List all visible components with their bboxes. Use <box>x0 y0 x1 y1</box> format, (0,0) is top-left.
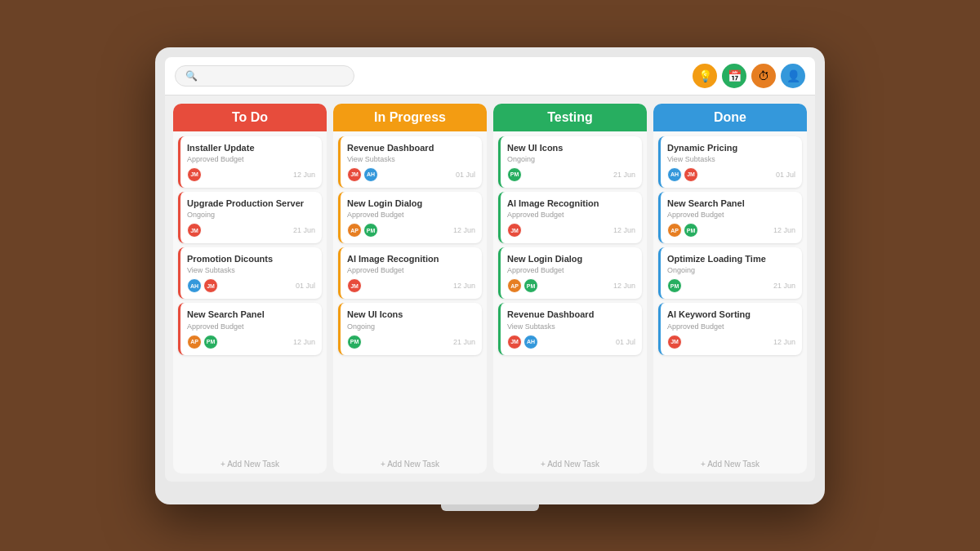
card-subtitle: View Subtasks <box>507 322 635 331</box>
card-footer: JMAH01 Jul <box>507 335 635 349</box>
column-done: DoneDynamic PricingView SubtasksAHJM01 J… <box>653 104 807 473</box>
search-bar[interactable]: 🔍 <box>175 65 354 87</box>
card-date: 21 Jun <box>293 226 315 234</box>
add-task-inprogress[interactable]: + Add New Task <box>333 455 487 473</box>
card-footer: AHJM01 Jul <box>667 167 795 182</box>
card-subtitle: Approved Budget <box>187 322 315 331</box>
avatar: JM <box>347 278 362 293</box>
card-footer: APPM12 Jun <box>347 223 475 238</box>
avatar: JM <box>684 167 698 182</box>
card-footer: JM12 Jun <box>187 167 315 182</box>
card-subtitle: Approved Budget <box>667 322 795 331</box>
lightbulb-icon-button[interactable]: 💡 <box>693 64 717 88</box>
card-avatars: PM <box>347 335 362 349</box>
card-footer: JM12 Jun <box>667 335 795 349</box>
avatar: AH <box>523 335 538 349</box>
card-subtitle: Approved Budget <box>667 211 795 219</box>
card-avatars: JM <box>187 223 202 238</box>
task-card[interactable]: New Search PanelApproved BudgetAPPM12 Ju… <box>178 303 322 354</box>
avatar: JM <box>507 335 522 349</box>
card-footer: JM21 Jun <box>187 223 315 238</box>
card-footer: APPM12 Jun <box>667 223 795 238</box>
card-subtitle: View Subtasks <box>667 155 795 163</box>
task-card[interactable]: New Login DialogApproved BudgetAPPM12 Ju… <box>498 247 642 299</box>
avatar: JM <box>507 223 522 238</box>
task-card[interactable]: AI Image RecognitionApproved BudgetJM12 … <box>498 192 642 243</box>
card-subtitle: View Subtasks <box>347 155 475 163</box>
column-inprogress: In ProgressRevenue DashboardView Subtask… <box>333 104 487 473</box>
card-date: 12 Jun <box>453 226 475 234</box>
task-card[interactable]: AI Keyword SortingApproved BudgetJM12 Ju… <box>658 303 802 354</box>
avatar: PM <box>203 335 218 349</box>
avatar: JM <box>187 223 202 238</box>
avatar: AP <box>667 223 682 238</box>
column-header-todo: To Do <box>173 104 327 131</box>
toolbar: 🔍 💡 📅 ⏱ 👤 <box>165 57 815 96</box>
task-card[interactable]: Upgrade Production ServerOngoingJM21 Jun <box>178 192 322 243</box>
avatar: AH <box>187 278 202 293</box>
task-card[interactable]: New Login DialogApproved BudgetAPPM12 Ju… <box>338 192 482 243</box>
card-avatars: APPM <box>187 335 218 349</box>
task-card[interactable]: Revenue DashboardView SubtasksJMAH01 Jul <box>338 136 482 188</box>
card-title: New UI Icons <box>507 142 635 153</box>
column-testing: TestingNew UI IconsOngoingPM21 JunAI Ima… <box>493 104 647 473</box>
laptop-frame: 🔍 💡 📅 ⏱ 👤 To DoInstaller UpdateApproved … <box>155 47 825 504</box>
card-subtitle: Ongoing <box>507 155 635 163</box>
user-icon-button[interactable]: 👤 <box>781 64 805 88</box>
card-title: AI Image Recognition <box>507 198 635 209</box>
task-card[interactable]: AI Image RecognitionApproved BudgetJM12 … <box>338 247 482 299</box>
card-title: New Login Dialog <box>507 253 635 264</box>
card-avatars: APPM <box>347 223 378 238</box>
card-avatars: JM <box>667 335 682 349</box>
avatar: JM <box>203 278 218 293</box>
card-avatars: AHJM <box>187 278 218 293</box>
clock-icon-button[interactable]: ⏱ <box>751 64 776 88</box>
add-task-testing[interactable]: + Add New Task <box>493 455 647 473</box>
card-date: 01 Jul <box>616 338 635 346</box>
task-card[interactable]: New UI IconsOngoingPM21 Jun <box>338 303 482 354</box>
card-footer: PM21 Jun <box>667 278 795 293</box>
column-header-done: Done <box>653 104 807 131</box>
task-card[interactable]: Promotion DicountsView SubtasksAHJM01 Ju… <box>178 247 322 299</box>
card-date: 12 Jun <box>293 171 315 179</box>
card-date: 21 Jun <box>613 171 635 179</box>
card-title: New Search Panel <box>187 309 315 320</box>
card-date: 12 Jun <box>613 226 635 234</box>
add-task-todo[interactable]: + Add New Task <box>173 455 327 473</box>
card-footer: JMAH01 Jul <box>347 167 475 182</box>
column-header-testing: Testing <box>493 104 647 131</box>
avatar: PM <box>347 335 362 349</box>
card-footer: PM21 Jun <box>507 167 635 182</box>
add-task-done[interactable]: + Add New Task <box>653 455 807 473</box>
task-card[interactable]: New UI IconsOngoingPM21 Jun <box>498 136 642 188</box>
avatar: JM <box>347 167 362 182</box>
task-card[interactable]: New Search PanelApproved BudgetAPPM12 Ju… <box>658 192 802 243</box>
search-icon: 🔍 <box>185 70 198 82</box>
card-avatars: JM <box>347 278 362 293</box>
avatar: PM <box>507 167 522 182</box>
card-title: New Login Dialog <box>347 198 475 209</box>
card-title: Optimize Loading Time <box>667 253 795 264</box>
card-subtitle: Ongoing <box>187 211 315 219</box>
card-subtitle: Approved Budget <box>347 266 475 274</box>
card-title: AI Keyword Sorting <box>667 309 795 320</box>
card-avatars: APPM <box>507 278 538 293</box>
task-card[interactable]: Revenue DashboardView SubtasksJMAH01 Jul <box>498 303 642 354</box>
card-date: 21 Jun <box>773 282 795 290</box>
task-card[interactable]: Optimize Loading TimeOngoingPM21 Jun <box>658 247 802 299</box>
card-subtitle: Ongoing <box>347 322 475 331</box>
card-date: 21 Jun <box>453 338 475 346</box>
card-footer: APPM12 Jun <box>187 335 315 349</box>
card-subtitle: Ongoing <box>667 266 795 274</box>
toolbar-icons: 💡 📅 ⏱ 👤 <box>693 64 805 88</box>
card-footer: PM21 Jun <box>347 335 475 349</box>
card-title: New UI Icons <box>347 309 475 320</box>
card-date: 12 Jun <box>293 338 315 346</box>
column-body-done: Dynamic PricingView SubtasksAHJM01 JulNe… <box>653 131 807 455</box>
kanban-board: To DoInstaller UpdateApproved BudgetJM12… <box>165 96 815 482</box>
card-date: 01 Jul <box>296 282 315 290</box>
task-card[interactable]: Installer UpdateApproved BudgetJM12 Jun <box>178 136 322 188</box>
task-card[interactable]: Dynamic PricingView SubtasksAHJM01 Jul <box>658 136 802 188</box>
calendar-icon-button[interactable]: 📅 <box>722 64 746 88</box>
card-date: 12 Jun <box>773 226 795 234</box>
